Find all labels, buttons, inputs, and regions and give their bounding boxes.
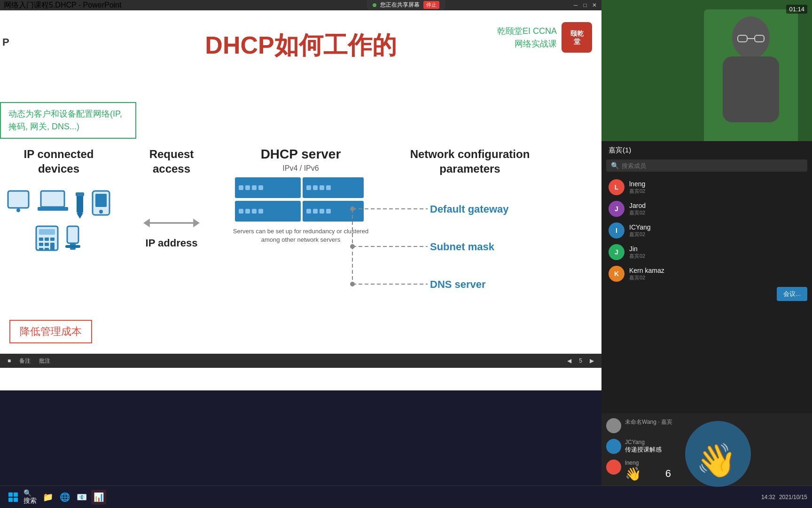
participant-item: L lneng 嘉宾02 — [606, 176, 807, 198]
participant-role: 嘉宾02 — [629, 231, 805, 238]
svg-marker-6 — [77, 213, 83, 219]
start-button[interactable] — [5, 489, 22, 506]
file-explorer-btn[interactable]: 📁 — [40, 490, 55, 505]
request-access-section: Request access IP address — [117, 147, 226, 249]
slide-view-btn[interactable]: ■ — [5, 357, 14, 365]
server-unit-right-1 — [303, 177, 364, 198]
arrow-area: IP address — [143, 214, 200, 249]
mail-btn[interactable]: 📧 — [74, 490, 89, 505]
phone-icon — [92, 190, 110, 216]
svg-rect-42 — [8, 498, 13, 502]
svg-rect-2 — [41, 191, 64, 207]
ppt-taskbar-btn[interactable]: 📊 — [91, 490, 106, 505]
invite-button[interactable]: 会议... — [777, 287, 807, 301]
participant-info: Kern kamaz 嘉宾02 — [629, 267, 805, 281]
svg-rect-40 — [8, 492, 13, 497]
server-row-1 — [235, 177, 367, 198]
bidirectional-arrow — [143, 214, 200, 232]
participant-avatar: K — [609, 266, 625, 282]
taskbar-date: 2021/10/15 — [779, 494, 807, 500]
search-taskbar-btn[interactable]: 🔍 搜索 — [23, 490, 39, 505]
search-bar[interactable]: 🔍 — [606, 159, 807, 172]
participant-role: 嘉宾02 — [629, 188, 805, 195]
participant-name: Kern kamaz — [629, 267, 805, 274]
svg-rect-41 — [14, 492, 18, 497]
search-icon: 🔍 — [611, 162, 619, 169]
main-content: IP connected devices — [0, 147, 564, 312]
laptop-icon — [38, 190, 68, 213]
participants-section: 嘉宾(1) 🔍 L lneng 嘉宾02 J Jarod 嘉宾02 — [601, 141, 812, 413]
participants-count: 嘉宾(1) — [609, 146, 631, 155]
dhcp-server-section: DHCP server IPv4 / IPv6 — [226, 147, 376, 244]
title-bar: 网络入门课程5.DHCP - PowerPoint ─ □ ✕ — [0, 0, 601, 10]
server-unit-left-1 — [235, 177, 301, 198]
participant-name: Jarod — [629, 202, 805, 209]
sharing-text: 您正在共享屏幕 — [380, 1, 420, 9]
svg-rect-14 — [50, 238, 55, 241]
server-rack — [235, 177, 367, 224]
participant-avatar: J — [609, 201, 625, 217]
participant-role: 嘉宾02 — [629, 253, 805, 260]
minimize-button[interactable]: ─ — [572, 2, 579, 8]
slide-navigation: ◀ 5 ▶ — [564, 357, 597, 365]
svg-rect-15 — [39, 243, 43, 246]
participant-item: K Kern kamaz 嘉宾02 — [606, 263, 807, 285]
browser-btn[interactable]: 🌐 — [57, 490, 72, 505]
net-config-label: Network configuration parameters — [385, 147, 554, 176]
participant-info: Jarod 嘉宾02 — [629, 202, 805, 216]
svg-text:Subnet mask: Subnet mask — [430, 241, 495, 253]
participant-search-input[interactable] — [622, 162, 803, 169]
title-bar-text: 网络入门课程5.DHCP - PowerPoint — [4, 0, 121, 10]
participant-name: lneng — [629, 180, 805, 188]
server-dots-4 — [306, 209, 331, 214]
server-row-2 — [235, 201, 367, 222]
participant-info: Jin 嘉宾02 — [629, 245, 805, 260]
svg-rect-17 — [50, 243, 55, 250]
config-params-diagram: Default gateway Subnet mask DNS server — [385, 195, 564, 312]
slide-canvas: P 乾颐堂EI CCNA 网络实战课 颐乾堂 DHCP如何工作的 动态为客户和设… — [0, 10, 601, 390]
svg-rect-20 — [67, 226, 78, 243]
calculator-icon — [35, 225, 59, 251]
participants-header: 嘉宾(1) — [606, 146, 807, 155]
svg-rect-12 — [39, 238, 43, 241]
chat-avatar — [606, 460, 621, 475]
svg-rect-13 — [45, 238, 49, 241]
notes-btn[interactable]: 备注 — [16, 356, 33, 366]
logo-badge: 颐乾堂 — [562, 22, 592, 53]
sharing-bar: 您正在共享屏幕 停止 — [367, 0, 445, 10]
svg-rect-8 — [95, 194, 107, 207]
logo-area: 乾颐堂EI CCNA 网络实战课 颐乾堂 — [497, 22, 592, 53]
chat-avatar — [606, 418, 621, 433]
ip-devices-section: IP connected devices — [0, 147, 117, 251]
svg-rect-5 — [76, 192, 84, 196]
server-note: Servers can be set up for redundancy or … — [226, 227, 376, 244]
stop-sharing-button[interactable]: 停止 — [423, 1, 439, 9]
server-dots-1 — [239, 185, 263, 190]
participant-name: ICYang — [629, 223, 805, 231]
maximize-button[interactable]: □ — [582, 2, 588, 8]
participant-role: 嘉宾02 — [629, 209, 805, 216]
participant-item: J Jarod 嘉宾02 — [606, 198, 807, 220]
close-button[interactable]: ✕ — [591, 2, 598, 8]
hand-emoji: 👋 — [696, 441, 737, 480]
prev-slide-btn[interactable]: ◀ — [564, 357, 574, 365]
logo-text: 乾颐堂EI CCNA 网络实战课 — [497, 25, 557, 50]
svg-rect-0 — [8, 191, 29, 208]
server-unit-right-2 — [303, 201, 364, 222]
network-config-section: Network configuration parameters Default… — [376, 147, 554, 312]
participant-avatar: L — [609, 179, 625, 195]
tablet-icon — [7, 190, 33, 214]
participant-list: L lneng 嘉宾02 J Jarod 嘉宾02 I ICYang 嘉宾02 — [606, 176, 807, 285]
taskbar-right: 14:32 2021/10/15 — [761, 494, 807, 500]
ip-address-label: IP address — [146, 237, 198, 249]
server-unit-left-2 — [235, 201, 301, 222]
svg-rect-4 — [77, 193, 83, 213]
next-slide-btn[interactable]: ▶ — [587, 357, 597, 365]
comments-btn[interactable]: 批注 — [36, 356, 53, 366]
ipv4-ipv6-label: IPv4 / IPv6 — [282, 164, 319, 173]
taskbar: 🔍 搜索 📁 🌐 📧 📊 14:32 2021/10/15 — [0, 485, 812, 508]
participant-avatar: J — [609, 244, 625, 260]
sharing-indicator — [373, 3, 376, 7]
server-dots-2 — [306, 185, 331, 190]
red-box-text: 降低管理成本 — [20, 325, 82, 339]
